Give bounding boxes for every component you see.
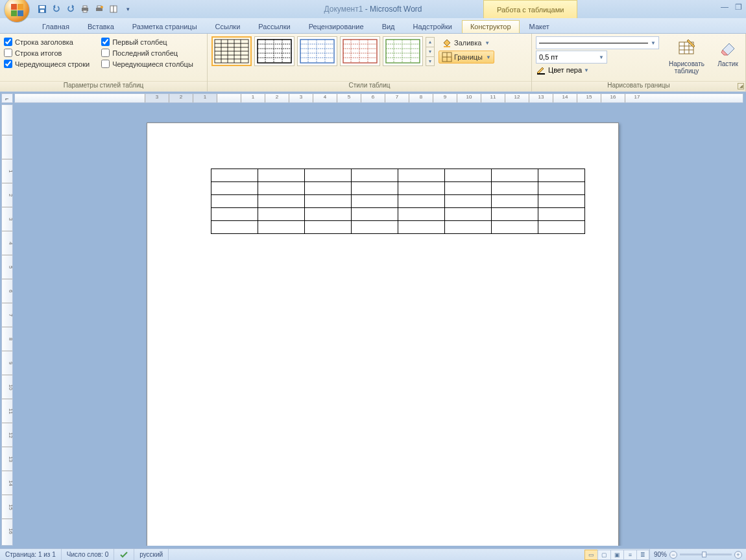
borders-button[interactable]: Границы▼ xyxy=(439,51,494,64)
restore-icon[interactable]: ❐ xyxy=(735,3,742,12)
table-style-2[interactable] xyxy=(254,36,295,66)
check-banded-columns[interactable]: Чередующиеся столбцы xyxy=(101,60,193,68)
status-language[interactable]: русский xyxy=(134,549,169,560)
quick-print-icon[interactable] xyxy=(93,3,105,15)
check-total-row-label: Строка итогов xyxy=(15,49,62,57)
shading-label: Заливка xyxy=(454,39,481,47)
horizontal-ruler[interactable]: 3211234567891011121314151617 xyxy=(14,93,743,103)
table-style-4[interactable] xyxy=(340,36,380,66)
svg-rect-29 xyxy=(300,40,334,63)
pen-icon xyxy=(536,65,546,75)
zoom-value[interactable]: 90% xyxy=(654,551,667,558)
page xyxy=(147,122,619,546)
check-header-row-label: Строка заголовка xyxy=(15,38,73,46)
zoom-in-icon[interactable]: + xyxy=(734,551,742,559)
print-icon[interactable] xyxy=(79,3,91,15)
check-last-column-label: Последний столбец xyxy=(112,49,178,57)
tab-review[interactable]: Рецензирование xyxy=(300,20,372,33)
zoom-out-icon[interactable]: − xyxy=(669,551,677,559)
tab-view[interactable]: Вид xyxy=(374,20,403,33)
shading-button[interactable]: Заливка▼ xyxy=(439,36,494,49)
svg-rect-10 xyxy=(114,6,117,12)
borders-label: Границы xyxy=(454,53,483,61)
status-word-count[interactable]: Число слов: 0 xyxy=(62,549,114,560)
borders-icon xyxy=(442,52,452,62)
view-buttons: ▭ ▢ ▣ ≡ ≣ xyxy=(584,550,649,560)
gallery-up-icon[interactable]: ▴ xyxy=(426,37,435,47)
status-page[interactable]: Страница: 1 из 1 xyxy=(0,549,62,560)
document-viewport[interactable] xyxy=(16,104,743,546)
minimize-icon[interactable]: — xyxy=(721,3,728,12)
check-banded-rows[interactable]: Чередующиеся строки xyxy=(4,60,90,68)
svg-rect-2 xyxy=(40,10,44,12)
zoom-slider[interactable] xyxy=(680,554,732,555)
check-first-column-label: Первый столбец xyxy=(112,38,167,46)
paint-bucket-icon xyxy=(442,38,452,48)
svg-point-8 xyxy=(101,6,103,8)
gallery-more-icon[interactable]: ▾ xyxy=(426,56,435,66)
undo-icon[interactable] xyxy=(51,3,62,15)
tab-selector[interactable]: ⌐ xyxy=(1,93,13,103)
group-label-table-styles: Стили таблиц xyxy=(208,81,531,91)
table-style-3[interactable] xyxy=(297,36,337,66)
pen-color-label: Цвет пера xyxy=(548,66,582,74)
view-print-layout-icon[interactable]: ▭ xyxy=(584,550,597,560)
window-controls: — ❐ xyxy=(721,3,742,12)
group-table-style-options: Строка заголовка Первый столбец Строка и… xyxy=(0,34,208,91)
group-table-styles: ▴ ▾ ▾ Заливка▼ Границы▼ Стили таблиц xyxy=(208,34,532,91)
draw-table-button[interactable]: Нарисовать таблицу xyxy=(663,36,710,76)
svg-rect-5 xyxy=(83,10,87,12)
view-outline-icon[interactable]: ≡ xyxy=(623,550,636,560)
pen-color-button[interactable]: Цвет пера▼ xyxy=(536,65,659,75)
contextual-tab-title: Работа с таблицами xyxy=(483,0,577,18)
eraser-label: Ластик xyxy=(717,60,738,67)
svg-rect-21 xyxy=(258,40,291,63)
view-web-icon[interactable]: ▣ xyxy=(610,550,623,560)
ribbon-tabs: Главная Вставка Разметка страницы Ссылки… xyxy=(0,18,746,34)
dialog-launcher-icon[interactable]: ◢ xyxy=(738,83,744,89)
group-label-style-options: Параметры стилей таблиц xyxy=(0,81,207,91)
ribbon: Строка заголовка Первый столбец Строка и… xyxy=(0,34,746,92)
line-style-combo[interactable]: ▼ xyxy=(536,36,659,49)
check-first-column[interactable]: Первый столбец xyxy=(101,38,193,46)
check-banded-rows-label: Чередующиеся строки xyxy=(15,60,90,68)
tab-mailings[interactable]: Рассылки xyxy=(250,20,298,33)
preview-icon[interactable] xyxy=(108,3,119,15)
svg-rect-1 xyxy=(40,6,45,8)
gallery-down-icon[interactable]: ▾ xyxy=(426,47,435,56)
save-icon[interactable] xyxy=(36,3,48,15)
tab-references[interactable]: Ссылки xyxy=(207,20,249,33)
document-table[interactable] xyxy=(211,169,585,234)
app-name: Microsoft Word xyxy=(370,5,422,14)
tab-insert[interactable]: Вставка xyxy=(79,20,123,33)
status-proofing[interactable] xyxy=(114,549,134,560)
check-last-column[interactable]: Последний столбец xyxy=(101,49,193,57)
qat-customize-icon[interactable]: ▾ xyxy=(122,3,134,15)
tab-home[interactable]: Главная xyxy=(34,20,78,33)
svg-rect-57 xyxy=(537,73,545,75)
view-full-screen-icon[interactable]: ▢ xyxy=(597,550,610,560)
zoom-control: 90% − + xyxy=(649,549,746,560)
table-style-gallery: ▴ ▾ ▾ xyxy=(211,36,435,66)
eraser-button[interactable]: Ластик xyxy=(714,36,741,69)
table-style-1[interactable] xyxy=(211,36,252,66)
draw-table-label: Нарисовать таблицу xyxy=(666,60,707,75)
redo-icon[interactable] xyxy=(65,3,77,15)
check-header-row[interactable]: Строка заголовка xyxy=(4,38,90,46)
svg-rect-9 xyxy=(110,6,114,12)
tab-page-layout[interactable]: Разметка страницы xyxy=(124,20,206,33)
tab-table-layout[interactable]: Макет xyxy=(521,20,558,33)
view-draft-icon[interactable]: ≣ xyxy=(636,550,649,560)
table-style-5[interactable] xyxy=(383,36,423,66)
tab-addins[interactable]: Надстройки xyxy=(405,20,461,33)
draw-borders-label-text: Нарисовать границы xyxy=(607,82,670,89)
proofing-icon xyxy=(119,551,128,559)
check-total-row[interactable]: Строка итогов xyxy=(4,49,90,57)
line-weight-combo[interactable]: 0,5 пт▼ xyxy=(536,51,607,64)
tab-table-design[interactable]: Конструктор xyxy=(462,20,520,33)
document-name: Документ1 xyxy=(324,5,363,14)
style-gallery-scroll: ▴ ▾ ▾ xyxy=(426,37,435,66)
vertical-ruler[interactable]: 12345678910111213141516 xyxy=(1,104,13,546)
status-bar: Страница: 1 из 1 Число слов: 0 русский ▭… xyxy=(0,548,746,560)
check-banded-columns-label: Чередующиеся столбцы xyxy=(112,60,193,68)
